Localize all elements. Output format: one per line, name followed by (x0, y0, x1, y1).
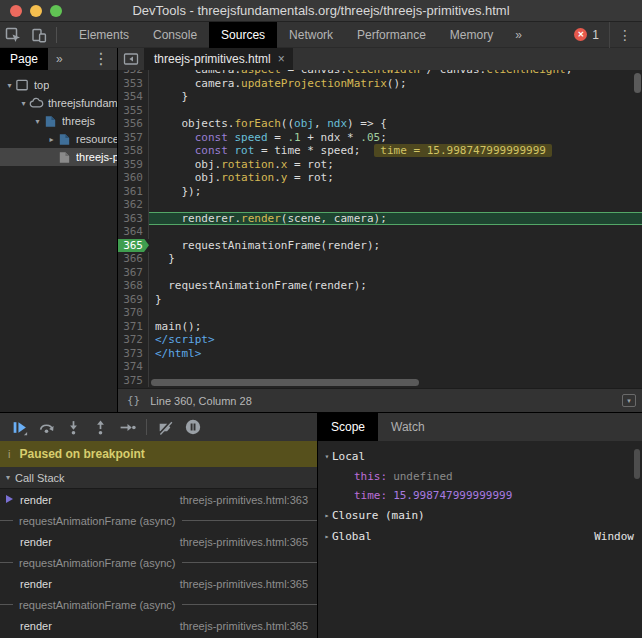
line-number[interactable]: 361 (118, 185, 149, 199)
call-stack-header[interactable]: ▾ Call Stack (0, 467, 317, 489)
line-number[interactable]: 363 (118, 212, 149, 226)
line-number[interactable]: 370 (118, 306, 149, 320)
frame-source-location[interactable]: threejs-primitives.html:365 (180, 536, 317, 548)
line-number[interactable]: 355 (118, 104, 149, 118)
close-window-button[interactable] (10, 5, 22, 17)
code-editor[interactable]: 352 camera.aspect = canvas.clientWidth /… (118, 70, 642, 388)
navigator-tab-strip: Page » ⋮ (0, 48, 117, 70)
panel-dock-icon[interactable]: ▾ (622, 394, 636, 407)
step-over-icon[interactable] (33, 415, 60, 439)
line-number[interactable]: 368 (118, 279, 149, 293)
code-line: 369} (118, 293, 642, 307)
tab-scope[interactable]: Scope (318, 413, 378, 441)
line-number[interactable]: 369 (118, 293, 149, 307)
traffic-lights (10, 5, 62, 17)
tab-page[interactable]: Page (0, 48, 48, 70)
line-number[interactable]: 357 (118, 131, 149, 145)
zoom-window-button[interactable] (50, 5, 62, 17)
device-toolbar-icon[interactable] (26, 22, 52, 48)
tree-item-top[interactable]: ▾top (0, 76, 117, 94)
tree-item-resources[interactable]: ▸resources (0, 130, 117, 148)
devtools-menu-icon[interactable]: ⋮ (609, 22, 642, 48)
tab-sources[interactable]: Sources (209, 22, 277, 48)
chevron-right-icon[interactable]: ▸ (46, 135, 57, 144)
code-line: 358 const rot = time * speed;time = 15.9… (118, 144, 642, 158)
tab-watch[interactable]: Watch (378, 413, 438, 441)
horizontal-scrollbar[interactable] (151, 379, 419, 386)
frame-function-name: render (0, 536, 52, 548)
step-into-icon[interactable] (60, 415, 87, 439)
tab-elements[interactable]: Elements (67, 22, 141, 48)
tab-network[interactable]: Network (277, 22, 345, 48)
tab-performance[interactable]: Performance (345, 22, 438, 48)
hide-navigator-icon[interactable] (118, 48, 144, 70)
frame-source-location[interactable]: threejs-primitives.html:365 (180, 578, 317, 590)
code-line-text (149, 198, 642, 212)
call-stack-frame[interactable]: renderthreejs-primitives.html:365 (0, 615, 317, 636)
navigator-more-tabs-chevron[interactable]: » (48, 48, 71, 70)
editor-tab-threejs-primitives[interactable]: threejs-primitives.html × (144, 48, 293, 70)
tab-memory[interactable]: Memory (438, 22, 505, 48)
call-stack-frame[interactable]: renderthreejs-primitives.html:365 (0, 531, 317, 552)
more-panels-chevron[interactable]: » (505, 22, 532, 48)
code-line-text: </html> (149, 347, 642, 361)
scope-section-global[interactable]: ▸GlobalWindow (318, 526, 642, 547)
minimize-window-button[interactable] (30, 5, 42, 17)
pause-on-exceptions-icon[interactable] (179, 415, 206, 439)
line-number[interactable]: 359 (118, 158, 149, 172)
tree-item-label: threejs (62, 115, 95, 127)
inspect-icon[interactable] (0, 22, 26, 48)
line-number[interactable]: 375 (118, 374, 149, 388)
window-title: DevTools - threejsfundamentals.org/three… (132, 3, 509, 18)
line-number[interactable]: 360 (118, 171, 149, 185)
code-line-text (149, 225, 642, 239)
step-out-icon[interactable] (87, 415, 114, 439)
tree-item-threejs[interactable]: ▾threejs (0, 112, 117, 130)
chevron-down-icon[interactable]: ▾ (32, 117, 43, 126)
scope-section-local[interactable]: ▾Local (318, 446, 642, 467)
frame-source-location[interactable]: threejs-primitives.html:363 (180, 494, 317, 506)
main-toolbar: ElementsConsoleSourcesNetworkPerformance… (0, 22, 642, 48)
code-line-text: const speed = .1 + ndx * .05; (149, 131, 642, 145)
tab-console[interactable]: Console (141, 22, 209, 48)
resume-icon[interactable] (6, 415, 33, 439)
line-number[interactable]: 353 (118, 77, 149, 91)
navigator-menu-icon[interactable]: ⋮ (85, 48, 117, 70)
line-number[interactable]: 366 (118, 252, 149, 266)
line-number[interactable]: 358 (118, 144, 149, 158)
call-stack-frame[interactable]: renderthreejs-primitives.html:363 (0, 489, 317, 510)
call-stack-frame[interactable]: renderthreejs-primitives.html:365 (0, 573, 317, 594)
tree-item-threejs-primitives-html[interactable]: threejs-primitives.html (0, 148, 117, 166)
line-number[interactable]: 354 (118, 90, 149, 104)
code-line-text (149, 266, 642, 280)
error-badge[interactable]: ✕ 1 (574, 28, 599, 42)
chevron-down-icon[interactable]: ▾ (18, 99, 29, 108)
line-number[interactable]: 367 (118, 266, 149, 280)
line-number[interactable]: 371 (118, 320, 149, 334)
deactivate-breakpoints-icon[interactable] (152, 415, 179, 439)
line-number[interactable]: 372 (118, 333, 149, 347)
line-number[interactable]: 364 (118, 225, 149, 239)
step-icon[interactable] (114, 415, 141, 439)
toolbar-divider (56, 27, 57, 43)
async-label-text: requestAnimationFrame (async) (19, 599, 176, 611)
code-line-text: const rot = time * speed;time = 15.99874… (149, 144, 642, 158)
code-lines: 352 camera.aspect = canvas.clientWidth /… (118, 70, 642, 387)
line-number[interactable]: 356 (118, 117, 149, 131)
chevron-down-icon[interactable]: ▾ (4, 81, 15, 90)
vertical-scrollbar[interactable] (634, 73, 641, 93)
line-number[interactable]: 374 (118, 360, 149, 374)
scope-section-closure-main-[interactable]: ▸Closure (main) (318, 505, 642, 526)
editor-tab-strip: threejs-primitives.html × (118, 48, 642, 70)
scope-scrollbar[interactable] (634, 449, 640, 479)
close-icon[interactable]: × (278, 48, 285, 70)
line-number[interactable]: 362 (118, 198, 149, 212)
code-line: 374 (118, 360, 642, 374)
paused-message: Paused on breakpoint (19, 447, 144, 461)
breakpoint-marker[interactable]: 365 (118, 239, 149, 253)
frame-source-location[interactable]: threejs-primitives.html:365 (180, 620, 317, 632)
tree-item-threejsfundamentals-org[interactable]: ▾threejsfundamentals.org (0, 94, 117, 112)
folder-icon (43, 114, 58, 129)
pretty-print-icon[interactable]: {} (118, 394, 150, 407)
line-number[interactable]: 373 (118, 347, 149, 361)
